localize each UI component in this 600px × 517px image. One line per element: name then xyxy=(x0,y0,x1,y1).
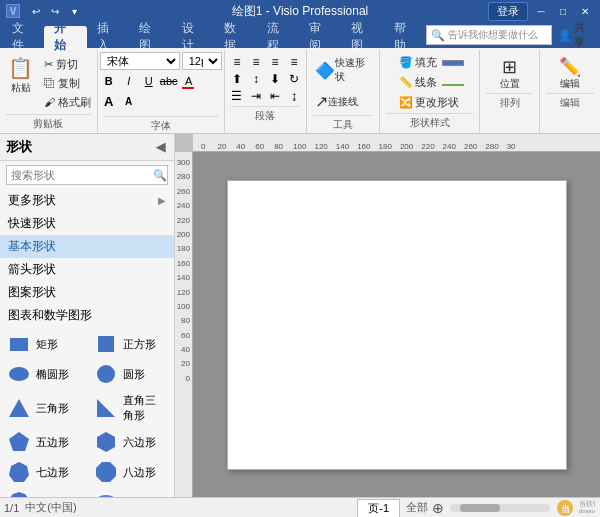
shape-octagon[interactable]: 八边形 xyxy=(87,457,174,487)
tab-data[interactable]: 数据 xyxy=(214,26,256,48)
italic-button[interactable]: I xyxy=(120,72,138,90)
shape-pentagon[interactable]: 五边形 xyxy=(0,427,87,457)
sidebar-item-basic-shapes[interactable]: 基本形状 xyxy=(0,235,174,258)
all-pages-label[interactable]: 全部 xyxy=(406,500,428,515)
shape-search-icon[interactable]: 🔍 xyxy=(153,166,167,184)
outdent-icon[interactable]: ⇤ xyxy=(266,88,284,104)
copy-button[interactable]: ⿻ 复制 xyxy=(41,75,94,92)
share-button[interactable]: 👤 共享 xyxy=(558,20,595,50)
maximize-button[interactable]: □ xyxy=(554,4,572,18)
redo-icon[interactable]: ↪ xyxy=(47,3,63,19)
line-button[interactable]: 📏 线条 xyxy=(396,74,440,91)
align-center-icon[interactable]: ≡ xyxy=(247,54,265,70)
quick-shape-button[interactable]: 🔷 快速形状 xyxy=(313,54,373,86)
svg-point-3 xyxy=(97,365,115,383)
justify-icon[interactable]: ≡ xyxy=(285,54,303,70)
shape-decagon-label: 十边形 xyxy=(36,495,69,498)
sidebar-item-quick-shapes[interactable]: 快速形状 xyxy=(0,212,174,235)
align-left-icon[interactable]: ≡ xyxy=(228,54,246,70)
arrange-items: ⊞ 位置 xyxy=(494,50,526,91)
font-name-select[interactable]: 宋体 xyxy=(100,52,180,70)
undo-icon[interactable]: ↩ xyxy=(28,3,44,19)
cut-button[interactable]: ✂ 剪切 xyxy=(41,56,94,73)
h-scrollbar[interactable] xyxy=(450,504,550,512)
tab-design[interactable]: 设计 xyxy=(172,26,214,48)
shape-ellipse[interactable]: 椭圆形 xyxy=(0,359,87,389)
font-size-row: A A xyxy=(100,92,222,110)
shape-right-triangle[interactable]: 直角三角形 xyxy=(87,389,174,427)
arrange-label: 排列 xyxy=(486,93,533,110)
shapes-sidebar: 形状 ◀ 🔍 更多形状 ▶ 快速形状 基本形状 箭头形状 图案形状 xyxy=(0,134,175,497)
sidebar-item-arrow-shapes[interactable]: 箭头形状 xyxy=(0,258,174,281)
font-size-select[interactable]: 12pt xyxy=(182,52,222,70)
bold-button[interactable]: B xyxy=(100,72,118,90)
shape-triangle[interactable]: 三角形 xyxy=(0,389,87,427)
edit-button[interactable]: ✏️ 编辑 xyxy=(554,54,586,91)
align-right-icon[interactable]: ≡ xyxy=(266,54,284,70)
tab-insert[interactable]: 插入 xyxy=(87,26,129,48)
shape-hexagon[interactable]: 六边形 xyxy=(87,427,174,457)
text-dir-icon[interactable]: ↻ xyxy=(285,71,303,87)
signin-button[interactable]: 登录 xyxy=(488,2,528,21)
sidebar-collapse-button[interactable]: ◀ xyxy=(152,139,168,155)
svg-marker-9 xyxy=(96,462,116,482)
tools-group: 🔷 快速形状 ↗ 连接线 工具 xyxy=(307,50,380,133)
shape-search-input[interactable] xyxy=(7,169,153,181)
add-page-button[interactable]: ⊕ xyxy=(430,500,446,516)
tools-items: 🔷 快速形状 ↗ 连接线 xyxy=(313,50,373,113)
sidebar-header: 形状 ◀ xyxy=(0,134,174,161)
editing-group: ✏️ 编辑 编辑 xyxy=(540,50,600,133)
fill-label: 填充 xyxy=(415,55,437,70)
person-icon: 👤 xyxy=(558,29,572,42)
position-button[interactable]: ⊞ 位置 xyxy=(494,54,526,91)
fill-button[interactable]: 🪣 填充 xyxy=(396,54,440,71)
tab-draw[interactable]: 绘图 xyxy=(129,26,171,48)
tab-start[interactable]: 开始 xyxy=(44,26,86,48)
tab-file[interactable]: 文件 xyxy=(2,26,44,48)
minimize-button[interactable]: ─ xyxy=(532,4,550,18)
underline-button[interactable]: U xyxy=(140,72,158,90)
horizontal-ruler: 0 20 40 60 80 100 120 140 160 180 200 22… xyxy=(193,134,600,152)
tab-help[interactable]: 帮助 xyxy=(384,26,426,48)
font-color-button[interactable]: A xyxy=(180,72,198,90)
canvas-scroll-area[interactable] xyxy=(193,152,600,497)
connector-button[interactable]: ↗ 连接线 xyxy=(313,90,373,113)
shape-square[interactable]: 正方形 xyxy=(87,329,174,359)
shape-decagon[interactable]: 十边形 xyxy=(0,487,87,497)
shape-circle-label: 圆形 xyxy=(123,367,145,382)
format-painter-button[interactable]: 🖌 格式刷 xyxy=(41,94,94,111)
align-top-icon[interactable]: ⬆ xyxy=(228,71,246,87)
sidebar-item-more-shapes[interactable]: 更多形状 ▶ xyxy=(0,189,174,212)
spacing-icon[interactable]: ↨ xyxy=(285,88,303,104)
shape-heptagon[interactable]: 七边形 xyxy=(0,457,87,487)
qa-dropdown-icon[interactable]: ▾ xyxy=(66,3,82,19)
change-shape-button[interactable]: 🔀 更改形状 xyxy=(396,94,464,111)
list-icon[interactable]: ☰ xyxy=(228,88,246,104)
tab-review[interactable]: 审阅 xyxy=(299,26,341,48)
shape-rect[interactable]: 矩形 xyxy=(0,329,87,359)
shape-cylinder[interactable]: 圆柱形 xyxy=(87,487,174,497)
sidebar-item-chart-shapes[interactable]: 图表和数学图形 xyxy=(0,304,174,327)
help-search-box[interactable]: 🔍 告诉我你想要做什么 xyxy=(426,25,551,45)
strikethrough-button[interactable]: abc xyxy=(160,72,178,90)
paste-label: 粘贴 xyxy=(11,82,31,93)
align-middle-icon[interactable]: ↕ xyxy=(247,71,265,87)
shape-circle[interactable]: 圆形 xyxy=(87,359,174,389)
svg-marker-6 xyxy=(9,432,29,451)
align-bottom-icon[interactable]: ⬇ xyxy=(266,71,284,87)
tab-process[interactable]: 流程 xyxy=(257,26,299,48)
increase-font-button[interactable]: A xyxy=(100,92,118,110)
close-button[interactable]: ✕ xyxy=(576,4,594,18)
fill-color-preview xyxy=(442,60,464,66)
decrease-font-button[interactable]: A xyxy=(120,92,138,110)
h-scroll-thumb[interactable] xyxy=(460,504,500,512)
canvas-with-vruler: 300 280 260 240 220 200 180 160 140 120 … xyxy=(175,152,600,497)
page-tab-1[interactable]: 页-1 xyxy=(357,499,400,517)
sidebar-item-pattern-shapes[interactable]: 图案形状 xyxy=(0,281,174,304)
tab-view[interactable]: 视图 xyxy=(341,26,383,48)
drawing-canvas[interactable] xyxy=(227,180,567,470)
indent-icon[interactable]: ⇥ xyxy=(247,88,265,104)
paste-button[interactable]: 📋 粘贴 xyxy=(3,52,39,95)
title-bar-left: V ↩ ↪ ▾ xyxy=(6,3,82,19)
tools-label: 工具 xyxy=(313,115,373,132)
